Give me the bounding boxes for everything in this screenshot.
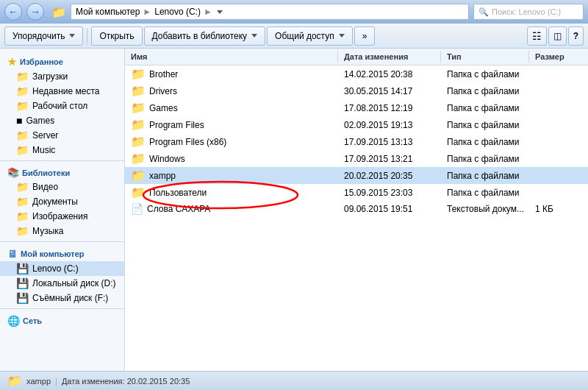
sidebar-item-downloads[interactable]: 📁 Загрузки <box>0 69 124 84</box>
col-date[interactable]: Дата изменения <box>338 51 441 63</box>
sidebar-item-removable-f[interactable]: 💾 Съёмный диск (F:) <box>0 291 124 305</box>
content-wrapper: Имя Дата изменения Тип Размер 📁 Brother … <box>125 49 588 371</box>
open-button[interactable]: Открыть <box>91 26 142 46</box>
table-row[interactable]: 📁 Program Files (x86) 17.09.2015 13:13 П… <box>125 133 588 150</box>
sidebar-item-desktop[interactable]: 📁 Рабочий стол <box>0 99 124 113</box>
file-type-cell: Папка с файлами <box>441 119 529 131</box>
folder-icon: 📁 <box>16 196 29 208</box>
sidebar-item-label: Документы <box>32 196 78 207</box>
col-name[interactable]: Имя <box>125 51 338 63</box>
libraries-label: Библиотеки <box>22 169 70 177</box>
help-button[interactable]: ? <box>568 26 584 46</box>
sidebar-item-label: Съёмный диск (F:) <box>32 293 108 303</box>
sidebar-item-lenovo-c[interactable]: 💾 Lenovo (C:) <box>0 261 124 276</box>
file-name-cell: 📁 Program Files <box>125 117 338 132</box>
sidebar-item-label: Server <box>32 130 58 141</box>
more-button[interactable]: » <box>354 26 376 46</box>
more-icon: » <box>362 31 368 41</box>
sidebar-item-server[interactable]: 📁 Server <box>0 128 124 143</box>
sidebar-item-label: Недавние места <box>32 86 99 96</box>
file-size-cell <box>529 124 588 126</box>
folder-icon: 📁 <box>16 210 29 222</box>
table-row[interactable]: 📄 Слова САХАРА 09.06.2015 19:51 Текстовы… <box>125 201 588 217</box>
folder-icon: 📁 <box>16 85 29 97</box>
sidebar-item-music-lib[interactable]: 📁 Музыка <box>0 224 124 238</box>
table-row[interactable]: 📁 Drivers 30.05.2015 14:17 Папка с файла… <box>125 82 588 99</box>
sidebar-section-libraries[interactable]: 📚 Библиотеки <box>0 164 124 180</box>
toolbar-sep1 <box>87 28 87 44</box>
sidebar-item-recent[interactable]: 📁 Недавние места <box>0 84 124 99</box>
folder-icon: 📁 <box>131 67 146 81</box>
sidebar-item-music[interactable]: 📁 Music <box>0 143 124 157</box>
table-row[interactable]: 📁 Games 17.08.2015 12:19 Папка с файлами <box>125 99 588 116</box>
toolbar: Упорядочить Открыть Добавить в библиотек… <box>0 24 588 49</box>
add-to-library-label: Добавить в библиотеку <box>152 31 248 41</box>
organize-label: Упорядочить <box>12 31 65 41</box>
file-type-cell: Папка с файлами <box>441 153 529 165</box>
table-row-xampp[interactable]: 📁 xampp 20.02.2015 20:35 Папка с файлами <box>125 167 588 184</box>
file-name-cell: 📁 Games <box>125 100 338 116</box>
sidebar-item-documents[interactable]: 📁 Документы <box>0 194 124 209</box>
add-library-dropdown-icon <box>251 34 257 38</box>
file-name-cell: 📁 Drivers <box>125 83 338 99</box>
organize-button[interactable]: Упорядочить <box>4 26 83 46</box>
file-date-cell: 14.02.2015 20:38 <box>338 68 441 80</box>
file-name-cell: 📁 Пользователи <box>125 185 338 200</box>
breadcrumb-sep2: ► <box>204 7 212 17</box>
file-name: Windows <box>149 154 185 164</box>
games-icon: ■ <box>16 115 22 127</box>
document-icon: 📄 <box>131 203 143 215</box>
table-row[interactable]: 📁 Brother 14.02.2015 20:38 Папка с файла… <box>125 65 588 82</box>
breadcrumb[interactable]: Мой компьютер ► Lenovo (C:) ► <box>71 4 469 20</box>
pane-button[interactable]: ◫ <box>548 26 567 46</box>
sidebar-section-favorites[interactable]: ★ Избранное <box>0 53 124 69</box>
breadcrumb-sep1: ► <box>143 7 151 17</box>
sidebar-section-network[interactable]: 🌐 Сеть <box>0 312 124 328</box>
file-date-cell: 17.09.2015 13:13 <box>338 136 441 148</box>
sidebar-item-local-d[interactable]: 💾 Локальный диск (D:) <box>0 276 124 291</box>
file-date-cell: 15.09.2015 23:03 <box>338 187 441 199</box>
file-size-cell <box>529 107 588 109</box>
share-dropdown-icon <box>339 34 345 38</box>
add-to-library-button[interactable]: Добавить в библиотеку <box>144 26 266 46</box>
view-button[interactable]: ☷ <box>527 26 547 46</box>
col-size[interactable]: Размер <box>529 51 588 63</box>
breadcrumb-mycomputer[interactable]: Мой компьютер <box>76 7 140 17</box>
sidebar-item-games[interactable]: ■ Games <box>0 113 124 128</box>
table-row[interactable]: 📁 Пользователи 15.09.2015 23:03 Папка с … <box>125 184 588 201</box>
file-name: Слова САХАРА <box>147 204 210 214</box>
file-date-cell: 17.09.2015 13:21 <box>338 153 441 165</box>
table-row[interactable]: 📁 Windows 17.09.2015 13:21 Папка с файла… <box>125 150 588 167</box>
sidebar-item-images[interactable]: 📁 Изображения <box>0 209 124 224</box>
file-size-cell <box>529 158 588 160</box>
search-box[interactable]: 🔍 Поиск: Lenovo (C:) <box>473 4 584 20</box>
statusbar-separator: | <box>55 377 57 386</box>
forward-button[interactable]: → <box>26 3 44 21</box>
file-name-cell: 📁 xampp <box>125 168 338 183</box>
sidebar-section-computer[interactable]: 🖥 Мой компьютер <box>0 245 124 261</box>
computer-label: Мой компьютер <box>21 249 85 258</box>
sidebar-divider-2 <box>0 241 124 242</box>
folder-icon: 📁 <box>16 71 29 82</box>
file-name-cell: 📁 Program Files (x86) <box>125 134 338 149</box>
sidebar-item-label: Локальный диск (D:) <box>32 278 116 288</box>
sidebar-item-label: Music <box>32 145 55 155</box>
file-size-cell <box>529 91 588 92</box>
folder-icon: 📁 <box>16 144 29 156</box>
share-button[interactable]: Общий доступ <box>267 26 353 46</box>
sidebar-item-label: Рабочий стол <box>32 101 87 111</box>
breadcrumb-drive[interactable]: Lenovo (C:) <box>154 7 201 17</box>
search-icon: 🔍 <box>478 7 489 17</box>
statusbar-item-label: xampp <box>26 377 51 386</box>
sidebar-divider-1 <box>0 160 124 161</box>
col-type[interactable]: Тип <box>441 51 529 63</box>
table-row[interactable]: 📁 Program Files 02.09.2015 19:13 Папка с… <box>125 116 588 133</box>
file-content: Имя Дата изменения Тип Размер 📁 Brother … <box>125 49 588 371</box>
breadcrumb-dropdown-icon[interactable] <box>217 10 223 14</box>
folder-icon: 📁 <box>131 118 146 132</box>
back-button[interactable]: ← <box>4 3 22 21</box>
sidebar-item-video[interactable]: 📁 Видео <box>0 180 124 194</box>
folder-icon: 📁 <box>131 101 146 115</box>
title-bar: ← → 📁 Мой компьютер ► Lenovo (C:) ► 🔍 По… <box>0 0 588 24</box>
file-size-cell <box>529 141 588 143</box>
